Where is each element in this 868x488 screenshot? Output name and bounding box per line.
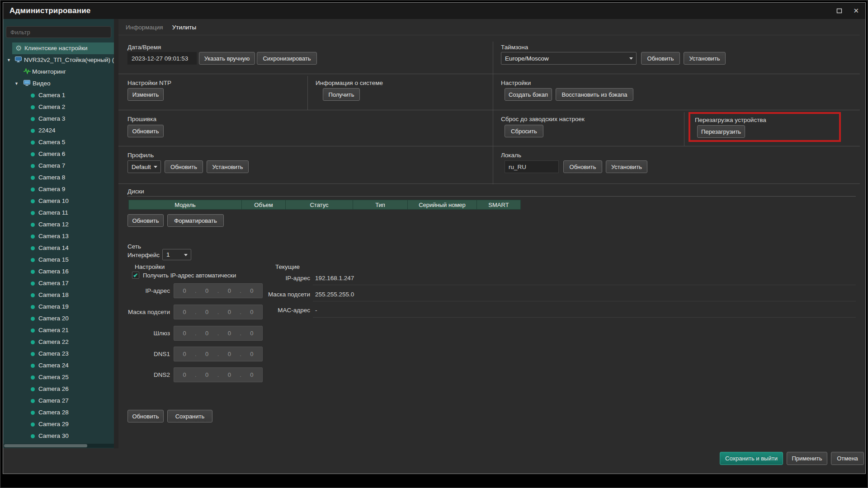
tree-item-camera-1[interactable]: Camera 1 [3, 89, 114, 101]
network-refresh-button[interactable]: Обновить [127, 410, 164, 422]
tree-item-camera-13[interactable]: Camera 13 [3, 230, 114, 242]
tree-item-camera-2[interactable]: Camera 2 [3, 101, 114, 113]
tree-item-camera-8[interactable]: Camera 8 [3, 172, 114, 183]
profile-select[interactable]: Default [127, 160, 161, 173]
tree-item-camera-6[interactable]: Camera 6 [3, 148, 114, 160]
tree-item-camera-27[interactable]: Camera 27 [3, 395, 114, 407]
tree-item-label: Camera 5 [38, 139, 65, 145]
dns2-field[interactable]: 0.0.0.0 [174, 367, 263, 382]
factory-reset-button[interactable]: Сбросить [505, 125, 543, 137]
create-backup-button[interactable]: Создать бэкап [505, 88, 552, 101]
tree-item-camera-28[interactable]: Camera 28 [3, 407, 114, 418]
firmware-update-button[interactable]: Обновить [127, 125, 164, 137]
locale-input[interactable] [505, 160, 559, 173]
tree-item-label: Camera 16 [38, 268, 69, 275]
expander-icon[interactable]: ▼ [7, 57, 11, 63]
firmware-section-label: Прошивка [127, 116, 156, 122]
tree-item-camera-17[interactable]: Camera 17 [3, 277, 114, 289]
row-separator [118, 74, 860, 74]
tree-item-camera-29[interactable]: Camera 29 [3, 418, 114, 430]
check-icon: ✔ [133, 272, 138, 278]
dot-icon [31, 338, 35, 344]
tree-item-label: Видео [33, 80, 50, 87]
tree-item-camera-10[interactable]: Camera 10 [3, 195, 114, 207]
tree-item-camera-9[interactable]: Camera 9 [3, 183, 114, 195]
tree-item-camera-14[interactable]: Camera 14 [3, 242, 114, 254]
gateway-field[interactable]: 0.0.0.0 [174, 326, 263, 341]
save-and-exit-button[interactable]: Сохранить и выйти [720, 452, 783, 465]
disks-format-button[interactable]: Форматировать [167, 214, 224, 227]
tree-item-клиентские-настройки[interactable]: ⚙Клиентские настройки [3, 42, 114, 54]
tree-item-camera-20[interactable]: Camera 20 [3, 313, 114, 324]
ip-address-field-label: IP-адрес [118, 287, 170, 294]
dns2-field-label: DNS2 [118, 371, 170, 378]
restore-backup-button[interactable]: Восстановить из бэкапа [556, 88, 633, 101]
disks-column-1: Модель [128, 200, 242, 210]
tree-item-camera-26[interactable]: Camera 26 [3, 383, 114, 395]
tree-item-label: Camera 3 [38, 115, 65, 122]
subnet-mask-field[interactable]: 0.0.0.0 [174, 305, 263, 319]
tree-item-camera-30[interactable]: Camera 30 [3, 430, 114, 442]
dns1-field[interactable]: 0.0.0.0 [174, 347, 263, 361]
waveform-icon [24, 68, 31, 75]
tree-item-camera-18[interactable]: Camera 18 [3, 289, 114, 301]
disks-refresh-button[interactable]: Обновить [127, 214, 164, 227]
dot-icon [31, 209, 35, 215]
apply-button[interactable]: Применить [787, 452, 827, 465]
window-controls: ✕ [836, 7, 859, 15]
set-manually-button[interactable]: Указать вручную [199, 52, 255, 65]
filter-input[interactable] [6, 26, 111, 38]
disks-underline [127, 196, 856, 197]
network-save-button[interactable]: Сохранить [167, 410, 212, 422]
tree-item-camera-5[interactable]: Camera 5 [3, 136, 114, 148]
ntp-edit-button[interactable]: Изменить [127, 88, 164, 101]
tree-item-видео[interactable]: ▼Видео [3, 78, 114, 89]
tree-item-camera-15[interactable]: Camera 15 [3, 254, 114, 266]
dot-icon [31, 150, 35, 156]
tree-item-nvr32v2-тп-стойка-черный-192-16[interactable]: ▼NVR32v2_ТП_Стойка(черный) (192.16 [3, 54, 114, 66]
tree-item-мониторинг[interactable]: Мониторинг [3, 66, 114, 78]
tree-item-camera-12[interactable]: Camera 12 [3, 219, 114, 230]
tree-item-camera-19[interactable]: Camera 19 [3, 301, 114, 313]
tree-item-label: Camera 14 [38, 244, 69, 251]
timezone-refresh-button[interactable]: Обновить [641, 52, 680, 65]
expander-icon[interactable]: ▼ [14, 81, 19, 86]
timezone-select[interactable]: Europe/Moscow [501, 52, 637, 65]
tree-item-camera-7[interactable]: Camera 7 [3, 160, 114, 172]
dhcp-checkbox[interactable]: ✔ [132, 272, 139, 279]
tree-item-22424[interactable]: 22424 [3, 125, 114, 136]
profile-refresh-button[interactable]: Обновить [165, 160, 203, 173]
interface-select[interactable]: 1 [162, 249, 191, 260]
maximize-button[interactable] [836, 8, 842, 14]
scrollbar-thumb[interactable] [4, 444, 87, 447]
sysinfo-get-button[interactable]: Получить [323, 88, 360, 101]
titlebar: Администрирование ✕ [3, 3, 865, 19]
locale-section-label: Локаль [501, 152, 521, 159]
synchronize-button[interactable]: Сихронизировать [257, 52, 317, 65]
tree-item-camera-21[interactable]: Camera 21 [3, 324, 114, 336]
ip-address-field[interactable]: 0.0.0.0 [174, 283, 263, 298]
locale-refresh-button[interactable]: Обновить [563, 160, 602, 173]
row-separator [118, 110, 860, 110]
locale-set-button[interactable]: Установить [606, 160, 647, 173]
tab-information[interactable]: Информация [126, 24, 163, 31]
sidebar-horizontal-scrollbar[interactable] [3, 444, 114, 448]
datetime-value: 2023-12-27 09:01:53 [127, 52, 197, 65]
tree-item-camera-24[interactable]: Camera 24 [3, 360, 114, 371]
profile-set-button[interactable]: Установить [207, 160, 249, 173]
close-button[interactable]: ✕ [853, 7, 859, 15]
tree-item-camera-23[interactable]: Camera 23 [3, 348, 114, 360]
disks-column-4: Тип [353, 200, 408, 210]
tree-item-camera-16[interactable]: Camera 16 [3, 266, 114, 277]
tree-item-camera-25[interactable]: Camera 25 [3, 371, 114, 383]
tree-item-camera-11[interactable]: Camera 11 [3, 207, 114, 219]
cancel-button[interactable]: Отмена [831, 452, 864, 465]
tree-item-camera-22[interactable]: Camera 22 [3, 336, 114, 348]
dot-icon [31, 256, 35, 262]
timezone-set-button[interactable]: Установить [684, 52, 726, 65]
tree-item-camera-3[interactable]: Camera 3 [3, 113, 114, 125]
tree-item-label: NVR32v2_ТП_Стойка(черный) (192.16 [24, 56, 114, 63]
reboot-button[interactable]: Перезагрузить [697, 125, 745, 138]
tab-utilities[interactable]: Утилиты [172, 24, 197, 31]
timezone-section-label: Таймзона [501, 44, 528, 51]
